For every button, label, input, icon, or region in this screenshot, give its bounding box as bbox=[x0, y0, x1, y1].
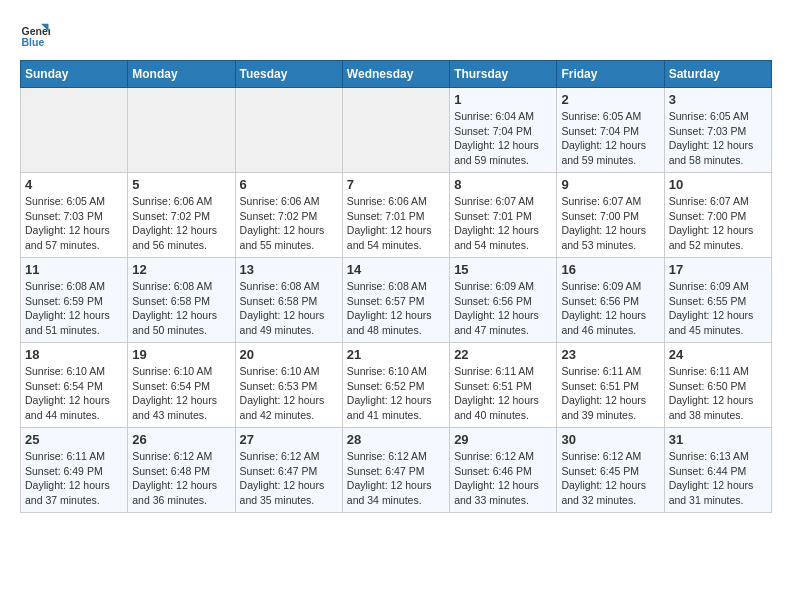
svg-text:Blue: Blue bbox=[22, 36, 45, 48]
day-info: Sunrise: 6:07 AM Sunset: 7:01 PM Dayligh… bbox=[454, 194, 552, 253]
day-info: Sunrise: 6:08 AM Sunset: 6:59 PM Dayligh… bbox=[25, 279, 123, 338]
day-info: Sunrise: 6:04 AM Sunset: 7:04 PM Dayligh… bbox=[454, 109, 552, 168]
day-info: Sunrise: 6:11 AM Sunset: 6:51 PM Dayligh… bbox=[561, 364, 659, 423]
calendar-week-4: 18 Sunrise: 6:10 AM Sunset: 6:54 PM Dayl… bbox=[21, 343, 772, 428]
calendar-cell: 19 Sunrise: 6:10 AM Sunset: 6:54 PM Dayl… bbox=[128, 343, 235, 428]
day-info: Sunrise: 6:05 AM Sunset: 7:03 PM Dayligh… bbox=[669, 109, 767, 168]
calendar-cell bbox=[342, 88, 449, 173]
day-info: Sunrise: 6:06 AM Sunset: 7:02 PM Dayligh… bbox=[240, 194, 338, 253]
day-number: 8 bbox=[454, 177, 552, 192]
day-number: 14 bbox=[347, 262, 445, 277]
page-header: General Blue bbox=[20, 20, 772, 50]
logo: General Blue bbox=[20, 20, 54, 50]
calendar-cell: 22 Sunrise: 6:11 AM Sunset: 6:51 PM Dayl… bbox=[450, 343, 557, 428]
calendar-table: SundayMondayTuesdayWednesdayThursdayFrid… bbox=[20, 60, 772, 513]
calendar-cell bbox=[21, 88, 128, 173]
day-info: Sunrise: 6:07 AM Sunset: 7:00 PM Dayligh… bbox=[669, 194, 767, 253]
day-info: Sunrise: 6:11 AM Sunset: 6:49 PM Dayligh… bbox=[25, 449, 123, 508]
calendar-cell: 18 Sunrise: 6:10 AM Sunset: 6:54 PM Dayl… bbox=[21, 343, 128, 428]
day-info: Sunrise: 6:11 AM Sunset: 6:50 PM Dayligh… bbox=[669, 364, 767, 423]
day-header-tuesday: Tuesday bbox=[235, 61, 342, 88]
day-info: Sunrise: 6:08 AM Sunset: 6:58 PM Dayligh… bbox=[132, 279, 230, 338]
calendar-cell: 6 Sunrise: 6:06 AM Sunset: 7:02 PM Dayli… bbox=[235, 173, 342, 258]
day-info: Sunrise: 6:12 AM Sunset: 6:47 PM Dayligh… bbox=[347, 449, 445, 508]
day-number: 20 bbox=[240, 347, 338, 362]
day-number: 24 bbox=[669, 347, 767, 362]
day-number: 16 bbox=[561, 262, 659, 277]
day-header-friday: Friday bbox=[557, 61, 664, 88]
day-number: 21 bbox=[347, 347, 445, 362]
day-info: Sunrise: 6:06 AM Sunset: 7:02 PM Dayligh… bbox=[132, 194, 230, 253]
calendar-cell: 9 Sunrise: 6:07 AM Sunset: 7:00 PM Dayli… bbox=[557, 173, 664, 258]
day-number: 30 bbox=[561, 432, 659, 447]
day-number: 29 bbox=[454, 432, 552, 447]
calendar-week-3: 11 Sunrise: 6:08 AM Sunset: 6:59 PM Dayl… bbox=[21, 258, 772, 343]
day-info: Sunrise: 6:05 AM Sunset: 7:03 PM Dayligh… bbox=[25, 194, 123, 253]
calendar-cell: 31 Sunrise: 6:13 AM Sunset: 6:44 PM Dayl… bbox=[664, 428, 771, 513]
calendar-cell bbox=[128, 88, 235, 173]
calendar-cell: 29 Sunrise: 6:12 AM Sunset: 6:46 PM Dayl… bbox=[450, 428, 557, 513]
calendar-cell: 21 Sunrise: 6:10 AM Sunset: 6:52 PM Dayl… bbox=[342, 343, 449, 428]
day-number: 3 bbox=[669, 92, 767, 107]
day-header-sunday: Sunday bbox=[21, 61, 128, 88]
day-number: 11 bbox=[25, 262, 123, 277]
calendar-body: 1 Sunrise: 6:04 AM Sunset: 7:04 PM Dayli… bbox=[21, 88, 772, 513]
calendar-week-1: 1 Sunrise: 6:04 AM Sunset: 7:04 PM Dayli… bbox=[21, 88, 772, 173]
calendar-cell: 14 Sunrise: 6:08 AM Sunset: 6:57 PM Dayl… bbox=[342, 258, 449, 343]
calendar-cell: 15 Sunrise: 6:09 AM Sunset: 6:56 PM Dayl… bbox=[450, 258, 557, 343]
day-number: 27 bbox=[240, 432, 338, 447]
calendar-cell: 11 Sunrise: 6:08 AM Sunset: 6:59 PM Dayl… bbox=[21, 258, 128, 343]
calendar-cell bbox=[235, 88, 342, 173]
day-number: 12 bbox=[132, 262, 230, 277]
day-number: 25 bbox=[25, 432, 123, 447]
calendar-cell: 25 Sunrise: 6:11 AM Sunset: 6:49 PM Dayl… bbox=[21, 428, 128, 513]
day-number: 31 bbox=[669, 432, 767, 447]
day-info: Sunrise: 6:09 AM Sunset: 6:56 PM Dayligh… bbox=[454, 279, 552, 338]
day-info: Sunrise: 6:10 AM Sunset: 6:54 PM Dayligh… bbox=[132, 364, 230, 423]
day-number: 1 bbox=[454, 92, 552, 107]
logo-icon: General Blue bbox=[20, 20, 50, 50]
day-info: Sunrise: 6:08 AM Sunset: 6:57 PM Dayligh… bbox=[347, 279, 445, 338]
calendar-cell: 23 Sunrise: 6:11 AM Sunset: 6:51 PM Dayl… bbox=[557, 343, 664, 428]
day-number: 15 bbox=[454, 262, 552, 277]
day-number: 7 bbox=[347, 177, 445, 192]
day-number: 26 bbox=[132, 432, 230, 447]
calendar-cell: 7 Sunrise: 6:06 AM Sunset: 7:01 PM Dayli… bbox=[342, 173, 449, 258]
calendar-cell: 8 Sunrise: 6:07 AM Sunset: 7:01 PM Dayli… bbox=[450, 173, 557, 258]
day-info: Sunrise: 6:12 AM Sunset: 6:45 PM Dayligh… bbox=[561, 449, 659, 508]
calendar-cell: 16 Sunrise: 6:09 AM Sunset: 6:56 PM Dayl… bbox=[557, 258, 664, 343]
day-header-monday: Monday bbox=[128, 61, 235, 88]
day-info: Sunrise: 6:13 AM Sunset: 6:44 PM Dayligh… bbox=[669, 449, 767, 508]
day-info: Sunrise: 6:05 AM Sunset: 7:04 PM Dayligh… bbox=[561, 109, 659, 168]
calendar-cell: 10 Sunrise: 6:07 AM Sunset: 7:00 PM Dayl… bbox=[664, 173, 771, 258]
calendar-cell: 1 Sunrise: 6:04 AM Sunset: 7:04 PM Dayli… bbox=[450, 88, 557, 173]
day-info: Sunrise: 6:07 AM Sunset: 7:00 PM Dayligh… bbox=[561, 194, 659, 253]
day-info: Sunrise: 6:09 AM Sunset: 6:55 PM Dayligh… bbox=[669, 279, 767, 338]
calendar-cell: 5 Sunrise: 6:06 AM Sunset: 7:02 PM Dayli… bbox=[128, 173, 235, 258]
calendar-header: SundayMondayTuesdayWednesdayThursdayFrid… bbox=[21, 61, 772, 88]
calendar-week-5: 25 Sunrise: 6:11 AM Sunset: 6:49 PM Dayl… bbox=[21, 428, 772, 513]
day-header-wednesday: Wednesday bbox=[342, 61, 449, 88]
day-header-saturday: Saturday bbox=[664, 61, 771, 88]
day-info: Sunrise: 6:10 AM Sunset: 6:52 PM Dayligh… bbox=[347, 364, 445, 423]
day-number: 6 bbox=[240, 177, 338, 192]
day-info: Sunrise: 6:11 AM Sunset: 6:51 PM Dayligh… bbox=[454, 364, 552, 423]
day-number: 4 bbox=[25, 177, 123, 192]
calendar-cell: 13 Sunrise: 6:08 AM Sunset: 6:58 PM Dayl… bbox=[235, 258, 342, 343]
day-info: Sunrise: 6:10 AM Sunset: 6:54 PM Dayligh… bbox=[25, 364, 123, 423]
calendar-cell: 4 Sunrise: 6:05 AM Sunset: 7:03 PM Dayli… bbox=[21, 173, 128, 258]
day-number: 22 bbox=[454, 347, 552, 362]
calendar-cell: 28 Sunrise: 6:12 AM Sunset: 6:47 PM Dayl… bbox=[342, 428, 449, 513]
day-number: 17 bbox=[669, 262, 767, 277]
calendar-cell: 2 Sunrise: 6:05 AM Sunset: 7:04 PM Dayli… bbox=[557, 88, 664, 173]
calendar-week-2: 4 Sunrise: 6:05 AM Sunset: 7:03 PM Dayli… bbox=[21, 173, 772, 258]
day-info: Sunrise: 6:12 AM Sunset: 6:47 PM Dayligh… bbox=[240, 449, 338, 508]
calendar-cell: 3 Sunrise: 6:05 AM Sunset: 7:03 PM Dayli… bbox=[664, 88, 771, 173]
day-number: 28 bbox=[347, 432, 445, 447]
calendar-cell: 30 Sunrise: 6:12 AM Sunset: 6:45 PM Dayl… bbox=[557, 428, 664, 513]
day-number: 19 bbox=[132, 347, 230, 362]
day-number: 10 bbox=[669, 177, 767, 192]
day-number: 18 bbox=[25, 347, 123, 362]
calendar-cell: 12 Sunrise: 6:08 AM Sunset: 6:58 PM Dayl… bbox=[128, 258, 235, 343]
day-number: 13 bbox=[240, 262, 338, 277]
